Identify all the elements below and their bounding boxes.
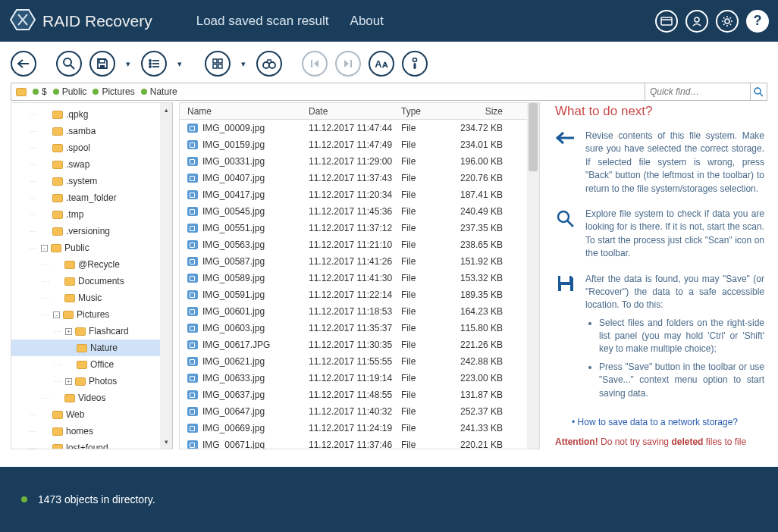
file-type: File bbox=[401, 323, 447, 333]
prev-button[interactable] bbox=[302, 51, 328, 77]
file-row[interactable]: IMG_00563.jpg11.12.2017 11:21:10File238.… bbox=[180, 236, 539, 253]
binoculars-button[interactable] bbox=[256, 51, 282, 77]
file-date: 11.12.2017 11:18:53 bbox=[309, 306, 401, 317]
file-date: 11.12.2017 11:41:26 bbox=[309, 256, 401, 267]
file-row[interactable]: IMG_00009.jpg11.12.2017 11:47:44File234.… bbox=[180, 120, 539, 136]
help-icon[interactable]: ? bbox=[746, 10, 769, 33]
file-date: 11.12.2017 11:45:36 bbox=[309, 206, 401, 217]
file-row[interactable]: IMG_00589.jpg11.12.2017 11:41:30File153.… bbox=[180, 270, 539, 286]
tree-item-videos[interactable]: ⋯Videos bbox=[11, 390, 172, 406]
tree-toggle[interactable]: - bbox=[41, 245, 48, 252]
file-row[interactable]: IMG_00545.jpg11.12.2017 11:45:36File240.… bbox=[180, 203, 539, 220]
svg-rect-29 bbox=[311, 60, 312, 67]
tree-item-nature[interactable]: ⋯Nature bbox=[11, 340, 172, 356]
tree-item-documents[interactable]: ⋯Documents bbox=[11, 273, 172, 289]
file-row[interactable]: IMG_00633.jpg11.12.2017 11:19:14File223.… bbox=[180, 370, 539, 386]
folder-icon bbox=[64, 294, 75, 302]
tree-label: Videos bbox=[78, 393, 105, 403]
tree-item-web[interactable]: ⋯Web bbox=[11, 406, 172, 423]
tree-item-samba[interactable]: ⋯.samba bbox=[11, 123, 172, 139]
file-size: 189.35 KB bbox=[447, 289, 507, 300]
list-view-button[interactable] bbox=[141, 51, 167, 77]
col-type[interactable]: Type bbox=[401, 106, 447, 117]
user-icon[interactable] bbox=[685, 10, 708, 33]
save-dropdown[interactable]: ▾ bbox=[123, 59, 133, 69]
file-name: IMG_00647.jpg bbox=[202, 406, 309, 417]
file-row[interactable]: IMG_00621.jpg11.12.2017 11:55:55File242.… bbox=[180, 353, 539, 370]
grid-view-button[interactable] bbox=[205, 51, 231, 77]
search-button[interactable] bbox=[751, 83, 767, 101]
warning-text: Attention! Do not try saving deleted fil… bbox=[555, 435, 764, 449]
file-row[interactable]: IMG_00647.jpg11.12.2017 11:40:32File252.… bbox=[180, 403, 539, 420]
tree-item-public[interactable]: ⋯-Public bbox=[11, 239, 172, 256]
folder-icon bbox=[52, 111, 63, 119]
info-button[interactable] bbox=[402, 51, 428, 77]
file-size: 151.92 KB bbox=[447, 256, 507, 267]
scan-button[interactable] bbox=[56, 51, 82, 77]
file-row[interactable]: IMG_00159.jpg11.12.2017 11:47:49File234.… bbox=[180, 136, 539, 153]
svg-point-28 bbox=[269, 62, 275, 68]
tree-item-homes[interactable]: ⋯homes bbox=[11, 423, 172, 440]
help-link[interactable]: How to save data to a network storage? bbox=[564, 417, 764, 427]
file-scrollbar[interactable] bbox=[527, 103, 539, 449]
tree-scrollbar[interactable]: ▴▾ bbox=[160, 103, 172, 449]
tree-item-recycle[interactable]: ⋯@Recycle bbox=[11, 256, 172, 273]
tree-item-lostfound[interactable]: ⋯lost+found bbox=[11, 440, 172, 449]
file-row[interactable]: IMG_00417.jpg11.12.2017 11:20:34File187.… bbox=[180, 186, 539, 203]
tree-toggle[interactable]: + bbox=[65, 328, 72, 335]
search-input[interactable] bbox=[645, 83, 750, 100]
menu-about[interactable]: About bbox=[350, 14, 384, 29]
file-row[interactable]: IMG_00601.jpg11.12.2017 11:18:53File164.… bbox=[180, 303, 539, 320]
gear-icon[interactable] bbox=[716, 10, 739, 33]
tree-item-pictures[interactable]: ⋯-Pictures bbox=[11, 306, 172, 323]
list-view-dropdown[interactable]: ▾ bbox=[174, 59, 185, 69]
tree-item-teamfolder[interactable]: ⋯.team_folder bbox=[11, 189, 172, 206]
col-date[interactable]: Date bbox=[309, 106, 401, 117]
tree-item-system[interactable]: ⋯.system bbox=[11, 173, 172, 189]
folder-icon bbox=[52, 177, 63, 186]
tree-item-flashcard[interactable]: ⋯+Flashcard bbox=[11, 323, 172, 340]
tree-toggle[interactable]: + bbox=[65, 378, 72, 385]
file-name: IMG_00671.jpg bbox=[202, 440, 309, 449]
tree-item-swap[interactable]: ⋯.swap bbox=[11, 156, 172, 173]
grid-view-dropdown[interactable]: ▾ bbox=[238, 59, 249, 69]
svg-rect-25 bbox=[213, 64, 217, 68]
tree-item-photos[interactable]: ⋯+Photos bbox=[11, 373, 172, 390]
folder-icon bbox=[63, 311, 74, 319]
file-name: IMG_00563.jpg bbox=[202, 239, 309, 250]
file-size: 238.65 KB bbox=[447, 239, 507, 250]
file-row[interactable]: IMG_00331.jpg11.12.2017 11:29:00File196.… bbox=[180, 153, 539, 170]
breadcrumb[interactable]: $ Public Pictures Nature bbox=[11, 83, 645, 101]
font-size-button[interactable]: Aᴀ bbox=[369, 51, 394, 77]
tree-toggle[interactable]: - bbox=[53, 311, 60, 318]
col-name[interactable]: Name bbox=[187, 106, 309, 117]
col-size[interactable]: Size bbox=[447, 106, 507, 117]
file-row[interactable]: IMG_00669.jpg11.12.2017 11:24:19File241.… bbox=[180, 420, 539, 437]
file-row[interactable]: IMG_00591.jpg11.12.2017 11:22:14File189.… bbox=[180, 286, 539, 303]
file-row[interactable]: IMG_00617.JPG11.12.2017 11:30:35File221.… bbox=[180, 336, 539, 353]
image-file-icon bbox=[187, 440, 198, 449]
file-row[interactable]: IMG_00551.jpg11.12.2017 11:37:12File237.… bbox=[180, 220, 539, 236]
save-button[interactable] bbox=[89, 51, 115, 77]
file-row[interactable]: IMG_00637.jpg11.12.2017 11:48:55File131.… bbox=[180, 386, 539, 403]
menu-load-saved-scan[interactable]: Load saved scan result bbox=[196, 14, 329, 29]
card-icon[interactable] bbox=[655, 10, 678, 33]
file-row[interactable]: IMG_00671.jpg11.12.2017 11:37:46File220.… bbox=[180, 437, 539, 449]
tree-item-qpkg[interactable]: ⋯.qpkg bbox=[11, 106, 172, 123]
folder-icon bbox=[77, 344, 87, 352]
file-row[interactable]: IMG_00407.jpg11.12.2017 11:37:43File220.… bbox=[180, 170, 539, 186]
file-type: File bbox=[401, 239, 447, 250]
file-type: File bbox=[401, 340, 447, 350]
tree-item-spool[interactable]: ⋯.spool bbox=[11, 139, 172, 156]
file-row[interactable]: IMG_00587.jpg11.12.2017 11:41:26File151.… bbox=[180, 253, 539, 270]
tree-item-tmp[interactable]: ⋯.tmp bbox=[11, 206, 172, 223]
tree-item-music[interactable]: ⋯Music bbox=[11, 289, 172, 306]
svg-rect-24 bbox=[218, 59, 222, 63]
breadcrumb-root: $ bbox=[42, 86, 47, 97]
next-button[interactable] bbox=[335, 51, 361, 77]
file-row[interactable]: IMG_00603.jpg11.12.2017 11:35:37File115.… bbox=[180, 320, 539, 336]
tree-item-office[interactable]: ⋯Office bbox=[11, 356, 172, 373]
tree-item-versioning[interactable]: ⋯.versioning bbox=[11, 223, 172, 239]
file-type: File bbox=[401, 139, 447, 150]
back-button[interactable] bbox=[11, 51, 36, 77]
